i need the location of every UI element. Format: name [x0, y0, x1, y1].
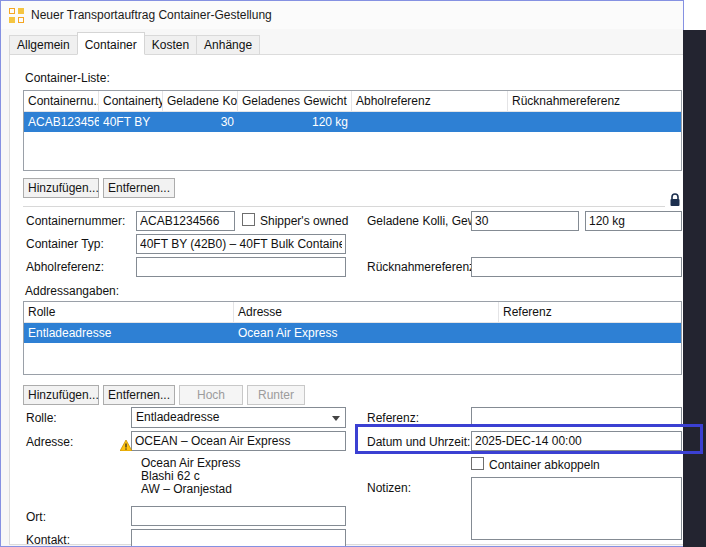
address-add-button[interactable]: Hinzufügen...	[23, 385, 99, 405]
cell-containertyp: 40FT BY	[99, 112, 163, 132]
lock-icon	[669, 193, 681, 208]
adresse-label: Adresse:	[26, 435, 73, 449]
container-abkoppeln-label: Container abkoppeln	[489, 458, 600, 472]
address-remove-button[interactable]: Entfernen...	[103, 385, 175, 405]
kontakt-input[interactable]	[131, 529, 346, 547]
column-header-abholreferenz[interactable]: Abholreferenz	[352, 91, 508, 111]
column-header-rolle[interactable]: Rolle	[24, 302, 234, 322]
column-header-rucknahmereferenz[interactable]: Rücknahmereferenz	[508, 91, 681, 111]
column-header-adresse[interactable]: Adresse	[234, 302, 499, 322]
rolle-select[interactable]: Entladeadresse	[131, 407, 346, 428]
tab-allgemein[interactable]: Allgemein	[9, 35, 78, 55]
screen: Neuer Transportauftrag Container-Gestell…	[0, 0, 706, 547]
column-header-geladenes-gewicht[interactable]: Geladenes Gewicht	[238, 91, 352, 111]
rucknahmereferenz-input[interactable]	[471, 257, 682, 277]
address-detail-line-3: AW – Oranjestad	[141, 482, 232, 496]
column-header-referenz[interactable]: Referenz	[499, 302, 681, 322]
cell-rolle: Entladeadresse	[24, 323, 234, 343]
cell-adresse: Ocean Air Express	[234, 323, 499, 343]
address-detail-line-2: Blashi 62 c	[141, 469, 200, 483]
ort-input[interactable]	[131, 506, 346, 526]
geladene-kolli-input[interactable]	[471, 211, 579, 231]
cell-referenz	[499, 323, 681, 343]
cell-geladene-kolli: 30	[163, 112, 238, 132]
ort-label: Ort:	[26, 510, 46, 524]
abholreferenz-label: Abholreferenz:	[26, 260, 104, 274]
adresse-input[interactable]	[131, 431, 346, 451]
referenz-label: Referenz:	[367, 411, 419, 425]
containertyp-label: Container Typ:	[26, 237, 104, 251]
column-header-containernummer[interactable]: Containernu...	[24, 91, 99, 111]
shippers-owned-checkbox[interactable]	[242, 213, 255, 226]
containernummer-label: Containernummer:	[26, 214, 125, 228]
geladenes-gewicht-input[interactable]	[585, 211, 682, 231]
container-add-button[interactable]: Hinzufügen...	[23, 178, 99, 198]
containernummer-input[interactable]	[136, 211, 235, 231]
window-title: Neuer Transportauftrag Container-Gestell…	[31, 8, 272, 22]
dialog-neuer-transportauftrag: Neuer Transportauftrag Container-Gestell…	[0, 0, 684, 547]
background-app-edge	[683, 30, 706, 547]
warning-icon	[120, 440, 132, 451]
title-bar: Neuer Transportauftrag Container-Gestell…	[1, 1, 683, 29]
tab-kosten[interactable]: Kosten	[144, 35, 197, 55]
container-list-row-selected[interactable]: ACAB1234566 40FT BY 30 120 kg	[24, 112, 681, 132]
container-list-label: Container-Liste:	[25, 71, 110, 85]
chevron-down-icon	[332, 416, 340, 421]
addresses-grid: Rolle Adresse Referenz Entladeadresse Oc…	[23, 301, 682, 375]
annotation-highlight	[355, 424, 703, 454]
addresses-row-selected[interactable]: Entladeadresse Ocean Air Express	[24, 323, 681, 343]
cell-rucknahmereferenz	[508, 112, 681, 132]
cell-containernummer: ACAB1234566	[24, 112, 99, 132]
tab-strip: Allgemein Container Kosten Anhänge	[9, 32, 259, 55]
kontakt-label: Kontakt:	[26, 533, 70, 547]
container-list-grid: Containernu... Containertyp Geladene Kol…	[23, 90, 682, 171]
address-up-button[interactable]: Hoch	[179, 385, 243, 405]
addresses-header-row: Rolle Adresse Referenz	[24, 302, 681, 323]
abholreferenz-input[interactable]	[136, 257, 346, 277]
rucknahmereferenz-label: Rücknahmereferenz:	[367, 260, 478, 274]
notizen-label: Notizen:	[367, 481, 411, 495]
separator-line	[23, 206, 665, 207]
addresses-label: Addressangaben:	[25, 284, 119, 298]
column-header-geladene-kolli[interactable]: Geladene Kolli	[163, 91, 238, 111]
address-detail-line-1: Ocean Air Express	[141, 456, 240, 470]
notizen-textarea[interactable]	[471, 477, 682, 540]
container-remove-button[interactable]: Entfernen...	[103, 178, 175, 198]
container-list-header-row: Containernu... Containertyp Geladene Kol…	[24, 91, 681, 112]
tab-anhaenge[interactable]: Anhänge	[196, 35, 260, 55]
cell-abholreferenz	[352, 112, 508, 132]
tab-container[interactable]: Container	[77, 32, 145, 55]
container-abkoppeln-checkbox[interactable]	[471, 457, 484, 470]
cell-geladenes-gewicht: 120 kg	[238, 112, 352, 132]
shippers-owned-label: Shipper's owned	[260, 214, 348, 228]
column-header-containertyp[interactable]: Containertyp	[99, 91, 163, 111]
address-down-button[interactable]: Runter	[247, 385, 305, 405]
rolle-select-value: Entladeadresse	[136, 410, 219, 424]
transport-order-icon	[9, 8, 24, 23]
rolle-label: Rolle:	[26, 411, 57, 425]
containertyp-input[interactable]	[136, 234, 346, 254]
